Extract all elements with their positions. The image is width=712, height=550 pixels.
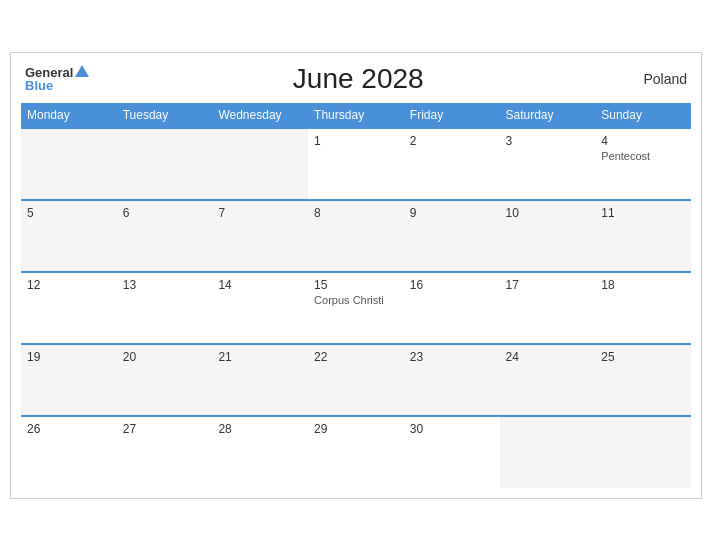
- day-cell: 9: [404, 200, 500, 272]
- day-number: 7: [218, 206, 302, 220]
- day-cell: 14: [212, 272, 308, 344]
- day-number: 3: [506, 134, 590, 148]
- day-cell: 25: [595, 344, 691, 416]
- col-friday: Friday: [404, 103, 500, 128]
- day-cell: 16: [404, 272, 500, 344]
- calendar-table: Monday Tuesday Wednesday Thursday Friday…: [21, 103, 691, 488]
- col-wednesday: Wednesday: [212, 103, 308, 128]
- day-cell: 10: [500, 200, 596, 272]
- day-cell: 11: [595, 200, 691, 272]
- day-cell: [595, 416, 691, 488]
- header-row: Monday Tuesday Wednesday Thursday Friday…: [21, 103, 691, 128]
- day-number: 8: [314, 206, 398, 220]
- logo-triangle-icon: [75, 65, 89, 77]
- day-number: 28: [218, 422, 302, 436]
- day-number: 13: [123, 278, 207, 292]
- logo-text: General Blue: [25, 65, 89, 92]
- day-cell: 13: [117, 272, 213, 344]
- week-row-0: 1234Pentecost: [21, 128, 691, 200]
- day-number: 16: [410, 278, 494, 292]
- day-number: 30: [410, 422, 494, 436]
- day-number: 26: [27, 422, 111, 436]
- day-cell: 8: [308, 200, 404, 272]
- day-cell: 3: [500, 128, 596, 200]
- day-cell: 28: [212, 416, 308, 488]
- col-monday: Monday: [21, 103, 117, 128]
- day-event: Pentecost: [601, 150, 685, 162]
- day-number: 25: [601, 350, 685, 364]
- logo: General Blue: [25, 65, 89, 92]
- calendar-body: 1234Pentecost56789101112131415Corpus Chr…: [21, 128, 691, 488]
- day-cell: 23: [404, 344, 500, 416]
- day-number: 22: [314, 350, 398, 364]
- calendar-header: General Blue June 2028 Poland: [21, 63, 691, 95]
- day-cell: 5: [21, 200, 117, 272]
- day-number: 29: [314, 422, 398, 436]
- day-number: 10: [506, 206, 590, 220]
- day-number: 5: [27, 206, 111, 220]
- day-cell: 7: [212, 200, 308, 272]
- day-event: Corpus Christi: [314, 294, 398, 306]
- day-number: 27: [123, 422, 207, 436]
- calendar-container: General Blue June 2028 Poland Monday Tue…: [10, 52, 702, 499]
- day-cell: 17: [500, 272, 596, 344]
- day-number: 18: [601, 278, 685, 292]
- day-cell: 22: [308, 344, 404, 416]
- day-number: 24: [506, 350, 590, 364]
- logo-blue-text: Blue: [25, 79, 53, 92]
- day-number: 11: [601, 206, 685, 220]
- week-row-4: 2627282930: [21, 416, 691, 488]
- day-cell: 27: [117, 416, 213, 488]
- day-cell: 2: [404, 128, 500, 200]
- logo-top-row: General: [25, 65, 89, 79]
- day-cell: 20: [117, 344, 213, 416]
- day-cell: 6: [117, 200, 213, 272]
- day-cell: 24: [500, 344, 596, 416]
- day-cell: 15Corpus Christi: [308, 272, 404, 344]
- country-label: Poland: [627, 71, 687, 87]
- calendar-thead: Monday Tuesday Wednesday Thursday Friday…: [21, 103, 691, 128]
- day-cell: [21, 128, 117, 200]
- day-number: 19: [27, 350, 111, 364]
- col-tuesday: Tuesday: [117, 103, 213, 128]
- week-row-2: 12131415Corpus Christi161718: [21, 272, 691, 344]
- day-number: 20: [123, 350, 207, 364]
- day-number: 2: [410, 134, 494, 148]
- day-cell: 30: [404, 416, 500, 488]
- day-number: 1: [314, 134, 398, 148]
- col-thursday: Thursday: [308, 103, 404, 128]
- day-cell: [212, 128, 308, 200]
- day-cell: 18: [595, 272, 691, 344]
- day-number: 4: [601, 134, 685, 148]
- day-number: 9: [410, 206, 494, 220]
- day-cell: 1: [308, 128, 404, 200]
- col-saturday: Saturday: [500, 103, 596, 128]
- day-cell: 4Pentecost: [595, 128, 691, 200]
- day-number: 23: [410, 350, 494, 364]
- week-row-1: 567891011: [21, 200, 691, 272]
- day-number: 15: [314, 278, 398, 292]
- month-title: June 2028: [89, 63, 627, 95]
- day-cell: [500, 416, 596, 488]
- day-cell: [117, 128, 213, 200]
- col-sunday: Sunday: [595, 103, 691, 128]
- day-cell: 26: [21, 416, 117, 488]
- logo-general-text: General: [25, 66, 73, 79]
- day-cell: 19: [21, 344, 117, 416]
- day-number: 14: [218, 278, 302, 292]
- day-cell: 21: [212, 344, 308, 416]
- day-number: 6: [123, 206, 207, 220]
- week-row-3: 19202122232425: [21, 344, 691, 416]
- day-number: 12: [27, 278, 111, 292]
- day-number: 17: [506, 278, 590, 292]
- day-cell: 12: [21, 272, 117, 344]
- day-number: 21: [218, 350, 302, 364]
- day-cell: 29: [308, 416, 404, 488]
